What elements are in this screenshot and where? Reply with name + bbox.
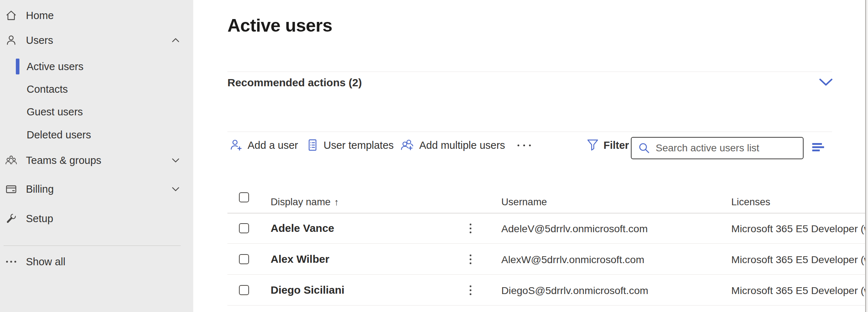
teams-groups-icon bbox=[5, 154, 17, 166]
more-actions-button[interactable] bbox=[517, 137, 531, 154]
page-title: Active users bbox=[227, 15, 332, 36]
username-cell: AlexW@5drrlv.onmicrosoft.com bbox=[501, 254, 644, 266]
sidebar-item-label: Home bbox=[26, 10, 54, 22]
sidebar-nav: Home Users Active users Contacts Guest u… bbox=[0, 0, 193, 312]
search-input[interactable] bbox=[656, 142, 785, 154]
sidebar-divider bbox=[4, 246, 181, 246]
user-display-name-link[interactable]: Diego Siciliani bbox=[271, 284, 344, 296]
table-header-row: Display name↑ Username Licenses bbox=[193, 183, 868, 213]
add-a-user-button[interactable]: Add a user bbox=[230, 137, 298, 154]
sidebar-item-setup[interactable]: Setup bbox=[0, 208, 193, 229]
sidebar-item-teams-groups[interactable]: Teams & groups bbox=[0, 150, 193, 171]
sidebar-item-billing[interactable]: Billing bbox=[0, 178, 193, 200]
main-content: Active users Recommended actions (2) Add… bbox=[193, 0, 868, 312]
filter-funnel-icon bbox=[587, 139, 598, 152]
sidebar-item-active-users[interactable]: Active users bbox=[0, 56, 193, 77]
sidebar-item-contacts[interactable]: Contacts bbox=[0, 78, 193, 100]
row-more-actions-icon[interactable] bbox=[469, 285, 472, 295]
chevron-down-icon[interactable] bbox=[172, 186, 180, 192]
row-checkbox[interactable] bbox=[239, 285, 249, 295]
table-row: Diego Siciliani DiegoS@5drrlv.onmicrosof… bbox=[193, 275, 868, 306]
sort-lines-icon[interactable] bbox=[812, 143, 824, 152]
user-display-name-link[interactable]: Alex Wilber bbox=[271, 253, 329, 265]
add-multiple-users-button[interactable]: Add multiple users bbox=[401, 137, 505, 154]
billing-icon bbox=[5, 183, 17, 195]
column-header-licenses[interactable]: Licenses bbox=[731, 196, 770, 208]
row-checkbox[interactable] bbox=[239, 254, 249, 264]
more-ellipsis-icon bbox=[517, 144, 531, 146]
column-header-username[interactable]: Username bbox=[501, 196, 547, 208]
table-row: Adele Vance AdeleV@5drrlv.onmicrosoft.co… bbox=[193, 213, 868, 244]
home-icon bbox=[5, 9, 17, 22]
row-checkbox[interactable] bbox=[239, 223, 249, 233]
licenses-cell: Microsoft 365 E5 Developer (withou bbox=[731, 254, 868, 266]
sort-ascending-icon: ↑ bbox=[334, 197, 339, 207]
sidebar-item-label: Contacts bbox=[27, 83, 68, 95]
sidebar-item-label: Deleted users bbox=[27, 129, 91, 141]
selected-indicator bbox=[16, 59, 19, 74]
sidebar-item-users[interactable]: Users bbox=[0, 29, 193, 51]
user-display-name-link[interactable]: Adele Vance bbox=[271, 222, 334, 234]
search-box[interactable] bbox=[631, 137, 804, 159]
licenses-cell: Microsoft 365 E5 Developer (withou bbox=[731, 223, 868, 235]
scrollbar-gutter bbox=[866, 0, 868, 312]
sidebar-item-label: Active users bbox=[27, 61, 83, 73]
sidebar-item-deleted-users[interactable]: Deleted users bbox=[0, 124, 193, 146]
divider bbox=[227, 132, 832, 132]
button-label: Filter bbox=[603, 139, 629, 151]
button-label: User templates bbox=[324, 139, 394, 151]
chevron-down-icon[interactable] bbox=[819, 78, 833, 87]
sidebar-item-label: Teams & groups bbox=[26, 155, 101, 166]
sidebar-item-label: Guest users bbox=[27, 106, 83, 118]
row-divider bbox=[227, 305, 866, 306]
search-icon bbox=[638, 142, 650, 154]
row-more-actions-icon[interactable] bbox=[469, 224, 472, 234]
template-list-icon bbox=[306, 138, 318, 152]
table-row: Alex Wilber AlexW@5drrlv.onmicrosoft.com… bbox=[193, 244, 868, 275]
button-label: Add a user bbox=[248, 139, 298, 151]
column-header-label: Display name bbox=[271, 196, 331, 207]
row-more-actions-icon[interactable] bbox=[469, 254, 472, 265]
recommended-actions-label: Recommended actions (2) bbox=[227, 77, 362, 89]
username-cell: AdeleV@5drrlv.onmicrosoft.com bbox=[501, 223, 648, 235]
username-cell: DiegoS@5drrlv.onmicrosoft.com bbox=[501, 285, 648, 297]
sidebar-item-show-all[interactable]: Show all bbox=[0, 251, 193, 272]
people-add-icon bbox=[401, 138, 414, 152]
sidebar-item-label: Show all bbox=[26, 256, 65, 268]
column-header-display-name[interactable]: Display name↑ bbox=[271, 196, 339, 208]
recommended-actions-header[interactable]: Recommended actions (2) bbox=[227, 74, 832, 92]
user-icon bbox=[5, 34, 17, 46]
chevron-down-icon[interactable] bbox=[172, 157, 180, 164]
filter-button[interactable]: Filter bbox=[587, 137, 629, 154]
sidebar-item-guest-users[interactable]: Guest users bbox=[0, 101, 193, 123]
chevron-up-icon[interactable] bbox=[172, 37, 180, 43]
person-add-icon bbox=[230, 138, 243, 152]
divider bbox=[227, 72, 832, 72]
sidebar-item-label: Billing bbox=[26, 183, 54, 195]
sidebar-item-label: Setup bbox=[26, 213, 53, 225]
select-all-checkbox[interactable] bbox=[239, 192, 249, 202]
show-all-ellipsis-icon bbox=[5, 256, 17, 268]
licenses-cell: Microsoft 365 E5 Developer (withou bbox=[731, 285, 868, 297]
button-label: Add multiple users bbox=[419, 139, 505, 151]
sidebar-item-home[interactable]: Home bbox=[0, 5, 193, 26]
user-templates-button[interactable]: User templates bbox=[306, 137, 394, 154]
sidebar-item-label: Users bbox=[26, 35, 53, 46]
setup-wrench-icon bbox=[5, 212, 17, 225]
